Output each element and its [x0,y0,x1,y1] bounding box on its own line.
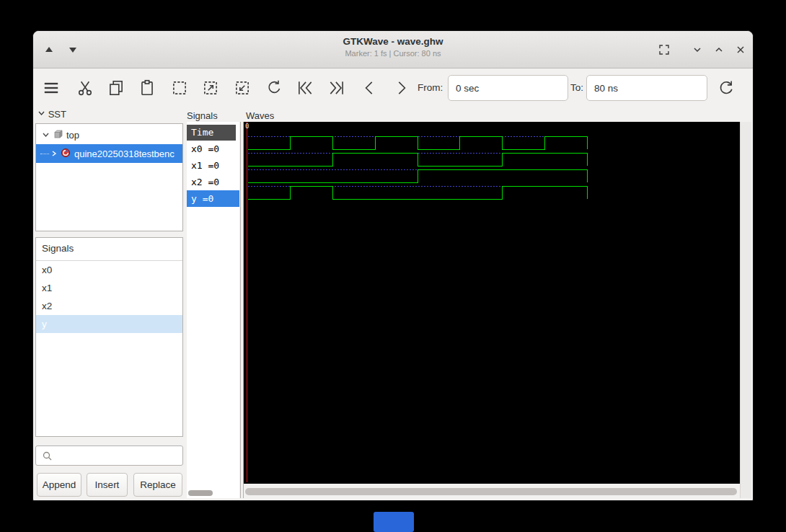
cut-icon[interactable] [76,79,94,97]
waves-horizontal-scrollbar[interactable] [244,487,740,496]
gtkwave-window: GTKWave - wave.ghw Marker: 1 fs | Cursor… [32,30,754,501]
signal-row[interactable]: y =0 [187,190,239,207]
waveform-canvas [244,122,740,484]
sst-tree: top quine20250318testbenc [35,123,183,231]
waves-vertical-scrollbar[interactable] [740,122,751,498]
module-icon [53,129,63,141]
waveform-area[interactable]: 0 [244,122,740,484]
expander-down-icon[interactable] [42,131,50,138]
window-title: GTKWave - wave.ghw [33,36,753,47]
signal-name-panel: Time x0 =0 x1 =0 x2 =0 y =0 [187,122,239,498]
tree-guide [40,154,49,154]
append-button[interactable]: Append [37,473,81,497]
scrollbar-slider[interactable] [188,490,213,496]
signals-horizontal-scrollbar[interactable] [187,489,239,497]
scrollbar-slider[interactable] [245,488,737,495]
list-item[interactable]: x0 [36,261,182,279]
chevron-down-icon[interactable] [692,44,703,56]
toolbar: From: To: [33,68,753,107]
signal-search[interactable] [35,445,183,466]
expander-down-icon[interactable] [37,110,45,117]
waves-panel-header: Waves [246,110,274,121]
sst-header: SST [37,109,66,120]
replace-button[interactable]: Replace [133,473,182,497]
signals-list-header: Signals [36,238,182,261]
seek-first-icon[interactable] [296,79,314,97]
signal-row[interactable]: x0 =0 [187,141,236,157]
titlebar[interactable]: GTKWave - wave.ghw Marker: 1 fs | Cursor… [33,31,753,68]
seek-last-icon[interactable] [327,79,346,97]
fullscreen-icon[interactable] [658,44,670,56]
signal-row[interactable]: x2 =0 [187,174,236,190]
reload-icon[interactable] [717,79,736,97]
to-label: To: [570,82,583,93]
step-forward-icon[interactable] [392,79,410,97]
from-label: From: [418,82,443,93]
step-back-icon[interactable] [361,79,379,97]
expander-right-icon[interactable] [50,150,58,157]
signals-panel-header: Signals [187,110,218,121]
insert-button[interactable]: Insert [87,473,128,497]
menu-icon[interactable] [42,79,61,97]
list-item[interactable]: x2 [36,297,182,315]
from-input[interactable] [448,75,568,101]
tree-item-label: quine20250318testbenc [74,148,175,159]
zoom-out-icon[interactable] [233,79,252,97]
taskbar-accent [374,512,414,532]
close-icon[interactable] [735,44,746,56]
tree-item-top[interactable]: top [36,125,182,144]
list-item[interactable]: y [36,315,182,333]
selection-box-icon[interactable] [170,79,189,97]
chevron-up-icon[interactable] [713,44,725,56]
to-input[interactable] [586,75,707,101]
tree-item-testbench[interactable]: quine20250318testbenc [36,144,182,163]
time-column-header: Time [187,125,236,141]
entity-icon [61,148,71,160]
window-status: Marker: 1 fs | Cursor: 80 ns [33,49,753,58]
signal-facility-list: Signals x0 x1 x2 y [35,237,183,437]
copy-icon[interactable] [107,79,125,97]
list-item[interactable]: x1 [36,279,182,297]
search-icon [42,451,53,462]
tree-item-label: top [66,130,79,141]
timeline-label: 0 [245,123,249,130]
zoom-in-icon[interactable] [201,79,220,97]
signal-row[interactable]: x1 =0 [187,157,236,174]
paste-icon[interactable] [138,79,156,97]
undo-icon[interactable] [265,79,283,97]
